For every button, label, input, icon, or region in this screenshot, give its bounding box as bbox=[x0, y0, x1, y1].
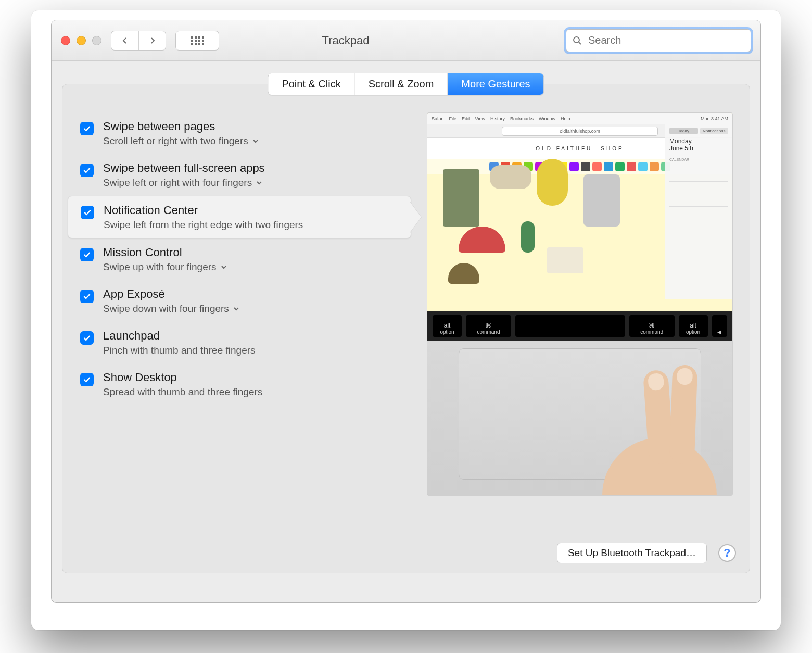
gesture-checkbox[interactable] bbox=[80, 164, 94, 177]
gesture-item[interactable]: Notification CenterSwipe left from the r… bbox=[68, 196, 411, 238]
gesture-subtitle[interactable]: Scroll left or right with two fingers bbox=[103, 135, 259, 147]
window-controls bbox=[61, 36, 102, 45]
search-field[interactable] bbox=[566, 29, 751, 52]
gesture-subtitle[interactable]: Swipe down with four fingers bbox=[103, 303, 239, 315]
tab-more-gestures[interactable]: More Gestures bbox=[447, 73, 543, 95]
gesture-item[interactable]: Swipe between full-screen appsSwipe left… bbox=[68, 154, 411, 196]
gesture-item[interactable]: LaunchpadPinch with thumb and three fing… bbox=[68, 322, 411, 363]
svg-point-12 bbox=[574, 37, 579, 43]
help-button[interactable]: ? bbox=[718, 544, 736, 562]
zoom-icon bbox=[92, 36, 102, 45]
gesture-checkbox[interactable] bbox=[80, 373, 94, 386]
tab-point-click[interactable]: Point & Click bbox=[268, 73, 354, 95]
nc-tab-notifications: Notifications bbox=[700, 128, 729, 134]
chevron-down-icon bbox=[221, 264, 227, 270]
settings-panel: Point & Click Scroll & Zoom More Gesture… bbox=[62, 84, 750, 573]
gesture-item[interactable]: Swipe between pagesScroll left or right … bbox=[68, 112, 411, 154]
gesture-subtitle[interactable]: Swipe left or right with four fingers bbox=[103, 177, 265, 189]
tab-bar: Point & Click Scroll & Zoom More Gesture… bbox=[268, 73, 544, 95]
search-input[interactable] bbox=[587, 34, 744, 47]
gesture-subtitle: Pinch with thumb and three fingers bbox=[103, 345, 256, 356]
nc-tab-today: Today bbox=[669, 128, 698, 134]
minimize-icon[interactable] bbox=[77, 36, 86, 45]
setup-bluetooth-trackpad-button[interactable]: Set Up Bluetooth Trackpad… bbox=[557, 543, 707, 563]
preview-urlbar: oldfaithfulshop.com bbox=[502, 127, 658, 136]
preview-key: ◀ bbox=[712, 315, 727, 337]
gesture-subtitle: Swipe left from the right edge with two … bbox=[104, 219, 303, 231]
gesture-title: Swipe between full-screen apps bbox=[103, 161, 265, 175]
gesture-checkbox[interactable] bbox=[81, 206, 94, 219]
gesture-item[interactable]: Mission ControlSwipe up with four finger… bbox=[68, 238, 411, 280]
titlebar: Trackpad bbox=[52, 20, 760, 61]
preview-key: ⌘command bbox=[466, 315, 511, 337]
svg-line-13 bbox=[579, 42, 581, 44]
preview-key: ⌘command bbox=[629, 315, 675, 337]
search-icon bbox=[573, 36, 582, 45]
gesture-checkbox[interactable] bbox=[80, 331, 94, 345]
chevron-down-icon bbox=[233, 306, 239, 312]
gesture-subtitle[interactable]: Swipe up with four fingers bbox=[103, 261, 227, 273]
preview-clock: Mon 8:41 AM bbox=[701, 116, 728, 121]
gesture-item[interactable]: App ExposéSwipe down with four fingers bbox=[68, 280, 411, 322]
gesture-item[interactable]: Show DesktopSpread with thumb and three … bbox=[68, 363, 411, 405]
hand-icon bbox=[602, 360, 717, 495]
tab-scroll-zoom[interactable]: Scroll & Zoom bbox=[354, 73, 448, 95]
preview-key: altoption bbox=[679, 315, 708, 337]
gesture-checkbox[interactable] bbox=[80, 248, 94, 261]
close-icon[interactable] bbox=[61, 36, 70, 45]
notification-center-panel: Today Notifications Monday,June 5th CALE… bbox=[665, 124, 732, 299]
gesture-checkbox[interactable] bbox=[80, 122, 94, 135]
window-title: Trackpad bbox=[135, 34, 556, 47]
preferences-window: Trackpad Point & Click Scroll & Zoom Mor… bbox=[51, 20, 761, 603]
preview-screen: SafariFileEditViewHistoryBookmarksWindow… bbox=[427, 113, 732, 311]
gesture-title: App Exposé bbox=[103, 287, 239, 301]
preview-keyboard: altoption⌘command⌘commandaltoption◀ bbox=[427, 311, 732, 341]
gesture-title: Launchpad bbox=[103, 329, 256, 343]
gesture-title: Notification Center bbox=[104, 204, 303, 217]
gesture-subtitle: Spread with thumb and three fingers bbox=[103, 386, 262, 398]
gesture-title: Swipe between pages bbox=[103, 120, 259, 133]
gesture-title: Show Desktop bbox=[103, 371, 262, 384]
preview-trackpad bbox=[427, 341, 732, 495]
preview-key: altoption bbox=[433, 315, 462, 337]
preview-key bbox=[515, 315, 625, 337]
gesture-preview: SafariFileEditViewHistoryBookmarksWindow… bbox=[427, 112, 733, 496]
chevron-down-icon bbox=[256, 180, 262, 186]
gesture-checkbox[interactable] bbox=[80, 290, 94, 303]
chevron-down-icon bbox=[252, 138, 259, 144]
gesture-list: Swipe between pagesScroll left or right … bbox=[68, 112, 411, 405]
gesture-title: Mission Control bbox=[103, 246, 227, 259]
